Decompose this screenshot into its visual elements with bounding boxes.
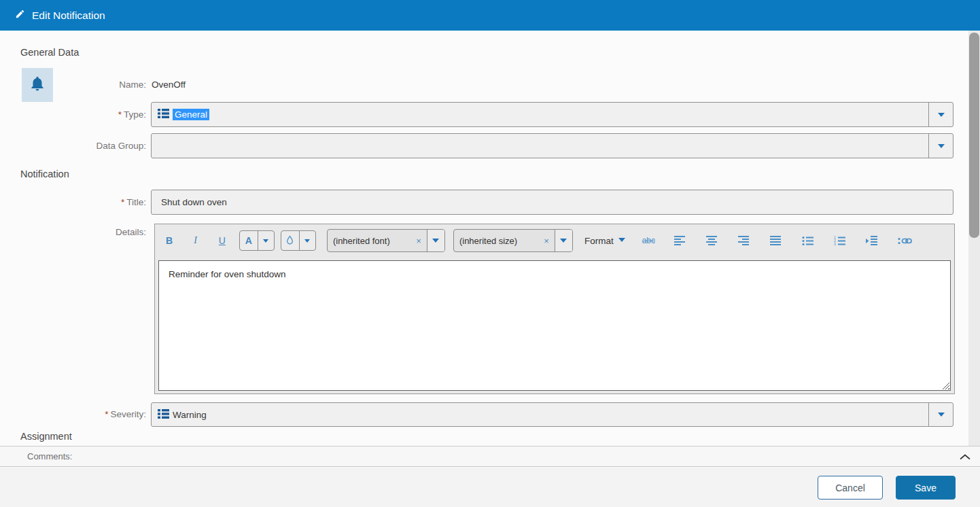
required-mark: * [118,109,122,120]
font-size-combobox: (inherited size) × [453,229,573,252]
clear-x-icon[interactable]: × [542,236,555,246]
severity-label: *Severity: [0,409,146,419]
align-center-icon[interactable] [706,236,718,246]
dropdown-arrow-icon [560,239,567,243]
dropdown-arrow-icon [304,239,310,243]
format-label: Format [584,236,614,246]
font-color-icon[interactable]: A [240,231,258,250]
comments-panel-header[interactable]: Comments: [0,446,980,467]
data-group-combobox[interactable] [151,133,953,158]
save-button[interactable]: Save [896,476,956,500]
font-family-dropdown-button[interactable] [427,230,444,251]
dropdown-arrow-icon [938,413,945,417]
editor-toolbar: B I U A (inherited font) × (inherited si… [155,224,954,257]
font-family-value[interactable]: (inherited font) [328,236,415,246]
pencil-icon [15,9,25,22]
required-mark: * [121,197,124,207]
type-label: *Type: [0,109,146,120]
dropdown-arrow-icon [938,144,945,148]
format-dropdown-button[interactable]: Format [584,236,625,246]
required-mark: * [105,409,108,419]
severity-dropdown-button[interactable] [928,403,953,426]
type-selected-value: General [173,109,209,120]
severity-selected-value: Warning [173,410,207,420]
font-size-dropdown-button[interactable] [555,230,572,251]
scrollbar-thumb[interactable] [969,33,979,238]
dialog-footer: Cancel Save [0,468,980,507]
font-size-value[interactable]: (inherited size) [454,236,542,246]
strikethrough-icon[interactable]: abc [642,236,655,245]
severity-combobox[interactable]: Warning [151,402,953,427]
details-text: Reminder for oven shutdown [169,269,286,279]
details-label: Details: [0,227,146,237]
details-rich-text-editor: B I U A (inherited font) × (inherited si… [154,224,955,394]
dropdown-arrow-icon [263,239,268,243]
svg-text:3: 3 [834,242,836,246]
section-heading-notification: Notification [20,169,69,179]
bold-button[interactable]: B [166,235,173,246]
comments-label: Comments: [0,451,72,461]
title-label: *Title: [0,197,146,207]
chevron-up-icon[interactable] [959,451,971,464]
dialog-title: Edit Notification [32,10,105,22]
list-icon [158,109,169,120]
name-label: Name: [0,80,146,90]
bullet-list-icon[interactable] [802,236,814,246]
list-icon [158,409,169,421]
justify-icon[interactable] [770,236,782,246]
clear-x-icon[interactable]: × [415,236,427,246]
edit-notification-dialog: Edit Notification General Data Name: Ove… [0,0,980,507]
type-combobox[interactable]: General [151,102,953,127]
cancel-button[interactable]: Cancel [818,476,883,500]
title-value: Shut down oven [161,197,227,207]
section-heading-assignment: Assignment [20,431,72,442]
font-color-dropdown-button[interactable] [258,231,274,250]
highlight-dropdown-button[interactable] [299,231,315,250]
dropdown-arrow-icon [938,113,945,117]
underline-button[interactable]: U [219,235,226,246]
numbered-list-icon[interactable]: 123 [834,236,846,246]
font-family-combobox: (inherited font) × [327,229,445,252]
data-group-label: Data Group: [0,141,146,151]
font-color-control: A [239,230,275,251]
dialog-header: Edit Notification [0,0,980,31]
data-group-dropdown-button[interactable] [928,134,953,158]
italic-button[interactable]: I [194,235,197,246]
link-icon[interactable] [898,236,913,246]
highlight-color-control [281,230,316,251]
section-heading-general-data: General Data [20,47,79,58]
indent-icon[interactable] [866,236,878,246]
scrollbar-track[interactable] [968,31,980,446]
name-value: OvenOff [152,80,186,90]
dropdown-arrow-icon [432,239,439,243]
dropdown-arrow-icon [618,238,625,242]
align-right-icon[interactable] [738,236,750,246]
title-input[interactable]: Shut down oven [151,190,953,215]
type-dropdown-button[interactable] [928,103,953,126]
resize-grip[interactable] [942,382,949,389]
details-text-area[interactable]: Reminder for oven shutdown [158,260,951,391]
align-left-icon[interactable] [674,236,686,246]
highlight-droplet-icon[interactable] [281,231,299,250]
